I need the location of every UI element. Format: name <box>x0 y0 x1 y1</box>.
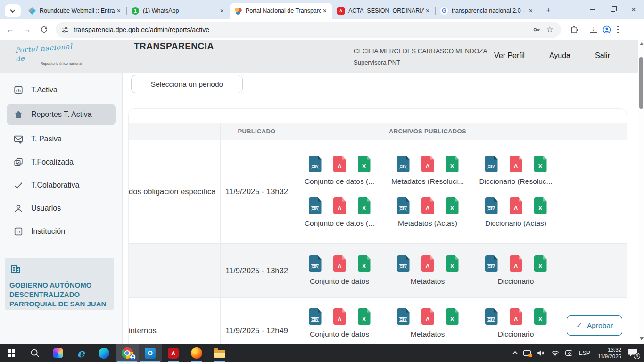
site-settings-icon[interactable] <box>61 26 69 33</box>
new-tab-button[interactable]: + <box>542 4 554 16</box>
csv-file-icon[interactable]: CSV <box>485 255 498 272</box>
sidebar-item-reportes-t-activa[interactable]: Reportes T. Activa <box>7 104 116 125</box>
pdf-file-icon[interactable] <box>421 255 434 272</box>
maximize-button[interactable] <box>603 0 623 19</box>
tab-whatsapp[interactable]: 1 (1) WhatsApp × <box>127 3 230 19</box>
tray-volume-button[interactable] <box>534 344 548 362</box>
aprobar-button[interactable]: ✓ Aprobar <box>567 315 622 336</box>
pdf-file-icon[interactable] <box>510 308 522 325</box>
close-tab-icon[interactable]: × <box>218 7 226 15</box>
sidebar-item-t-focalizada[interactable]: T.Focalizada <box>7 153 116 172</box>
tray-meet-button[interactable] <box>562 344 575 362</box>
csv-file-icon[interactable]: CSV <box>397 156 410 172</box>
browser-menu-button[interactable] <box>613 26 626 33</box>
sidebar-item-t-colaborativa[interactable]: T.Colaborativa <box>7 176 116 195</box>
back-button[interactable]: ← <box>3 23 17 37</box>
tray-wifi-button[interactable] <box>548 344 562 362</box>
csv-file-icon[interactable]: CSV <box>485 156 498 172</box>
scroll-up-arrow[interactable] <box>640 42 644 45</box>
pdf-file-icon[interactable] <box>510 156 522 172</box>
csv-file-icon[interactable]: CSV <box>309 197 322 214</box>
csv-file-icon[interactable]: CSV <box>397 308 410 325</box>
csv-file-icon[interactable]: CSV <box>309 255 322 272</box>
tab-roundcube[interactable]: Roundcube Webmail :: Entra × <box>24 3 126 19</box>
xls-file-icon[interactable]: X <box>358 255 371 272</box>
minimize-button[interactable] <box>582 0 603 19</box>
taskbar-clock[interactable]: 13:32 11/9/2025 <box>594 346 625 360</box>
csv-file-icon[interactable]: CSV <box>309 308 322 325</box>
file-explorer-button[interactable] <box>208 344 231 362</box>
taskbar-search-button[interactable] <box>23 344 46 362</box>
sidebar-item-t-activa[interactable]: T.Activa <box>7 81 116 99</box>
tray-display-button[interactable] <box>520 344 534 362</box>
address-bar[interactable]: transparencia.dpe.gob.ec/admin/reports/a… <box>56 22 561 38</box>
forward-button[interactable]: → <box>20 23 34 37</box>
xls-file-icon[interactable]: X <box>446 255 459 272</box>
pdf-file-icon[interactable] <box>333 255 346 272</box>
page-scrollbar[interactable] <box>638 40 644 344</box>
close-window-button[interactable]: × <box>623 0 644 19</box>
pdf-file-icon[interactable] <box>333 308 346 325</box>
pdf-file-icon[interactable] <box>510 255 522 272</box>
close-tab-icon[interactable]: × <box>424 7 431 15</box>
pdf-file-icon[interactable] <box>333 156 346 172</box>
sidebar-item-t-pasiva[interactable]: T. Pasiva <box>7 130 116 148</box>
xls-file-icon[interactable]: X <box>358 197 371 214</box>
xls-file-icon[interactable]: X <box>358 308 371 325</box>
file-group: CSV X Diccionario (Actas) <box>472 197 560 228</box>
close-tab-icon[interactable]: × <box>527 7 535 15</box>
institution-card[interactable]: GOBIERNO AUTÓNOMO DESCENTRALIZADO PARROQ… <box>5 258 114 310</box>
xls-file-icon[interactable]: X <box>534 156 547 172</box>
scrollbar-thumb[interactable] <box>639 57 643 109</box>
url-text[interactable]: transparencia.dpe.gob.ec/admin/reports/a… <box>74 26 530 33</box>
period-selector[interactable]: Selecciona un periodo <box>131 75 243 93</box>
copilot-button[interactable] <box>46 344 69 362</box>
csv-file-icon[interactable]: CSV <box>397 197 410 214</box>
xls-file-icon[interactable]: X <box>446 308 459 325</box>
start-button[interactable] <box>0 344 23 362</box>
tray-expand-button[interactable] <box>511 344 520 362</box>
xls-file-icon[interactable]: X <box>358 156 371 172</box>
bookmark-star-button[interactable]: ☆ <box>543 23 556 36</box>
tab-acta-pdf[interactable]: Λ ACTA_SESION_ORDINARIA.p × <box>332 3 435 19</box>
pdf-file-icon[interactable] <box>510 197 522 214</box>
sidebar-item-usuarios[interactable]: Usuarios <box>7 199 116 218</box>
scroll-down-arrow[interactable] <box>640 337 644 340</box>
xls-file-icon[interactable]: X <box>534 308 547 325</box>
pdf-file-icon[interactable] <box>421 197 434 214</box>
reload-button[interactable] <box>37 23 51 37</box>
csv-file-icon[interactable]: CSV <box>309 156 322 172</box>
pdf-file-icon[interactable] <box>333 197 346 214</box>
notification-center-button[interactable]: 3 <box>625 344 644 362</box>
chrome-button[interactable] <box>116 344 139 362</box>
downloads-button[interactable]: ↓ <box>587 23 600 36</box>
xls-file-icon[interactable]: X <box>446 156 459 172</box>
csv-file-icon[interactable]: CSV <box>397 255 410 272</box>
xls-file-icon[interactable]: X <box>446 197 459 214</box>
language-indicator[interactable]: ESP <box>575 344 594 362</box>
menu-ver-perfil[interactable]: Ver Perfil <box>494 51 525 60</box>
close-tab-icon[interactable]: × <box>115 7 123 15</box>
profile-button[interactable] <box>600 23 613 36</box>
password-key-button[interactable] <box>530 23 543 36</box>
extensions-button[interactable] <box>568 23 581 36</box>
menu-ayuda[interactable]: Ayuda <box>549 51 570 60</box>
xls-file-icon[interactable]: X <box>534 197 547 214</box>
menu-salir[interactable]: Salir <box>595 51 610 60</box>
firefox-button[interactable] <box>185 344 208 362</box>
tab-portal-active[interactable]: Portal Nacional de Transpare × <box>230 3 332 19</box>
pdf-file-icon[interactable] <box>421 156 434 172</box>
csv-file-icon[interactable]: CSV <box>485 308 498 325</box>
tab-search-button[interactable] <box>5 4 21 17</box>
close-tab-icon[interactable]: × <box>321 7 329 15</box>
acrobat-button[interactable]: Λ <box>162 344 185 362</box>
csv-file-icon[interactable]: CSV <box>485 197 498 214</box>
close-icon: × <box>631 6 636 14</box>
internet-explorer-button[interactable]: e <box>69 344 92 362</box>
tab-google-search[interactable]: G transparencia nacional 2.0 - × <box>436 3 538 19</box>
outlook-button[interactable]: O <box>139 344 162 362</box>
sidebar-item-institucion[interactable]: Institución <box>7 222 116 241</box>
xls-file-icon[interactable]: X <box>534 255 547 272</box>
edge-button[interactable] <box>92 344 116 362</box>
pdf-file-icon[interactable] <box>421 308 434 325</box>
